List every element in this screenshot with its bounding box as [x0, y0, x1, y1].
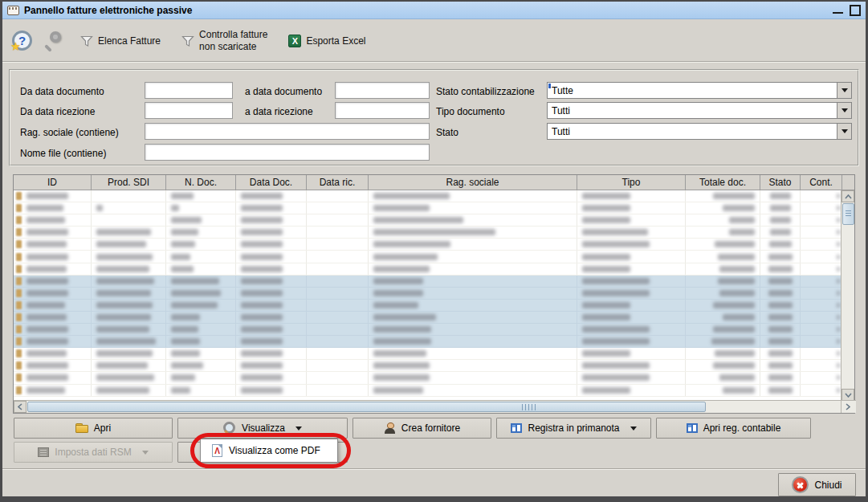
table-row[interactable] [14, 360, 854, 372]
table-row[interactable] [14, 312, 854, 324]
chevron-down-icon[interactable] [837, 83, 851, 98]
redacted-text [241, 338, 283, 345]
redacted-text [582, 229, 648, 235]
crea-fornitore-button[interactable]: Crea fornitore [352, 418, 491, 439]
table-cell [236, 336, 307, 347]
search-icon[interactable] [42, 31, 63, 51]
help-icon[interactable]: ?★ [12, 31, 32, 51]
column-header[interactable]: Rag. sociale [369, 175, 577, 190]
table-row[interactable] [14, 300, 854, 312]
column-header[interactable]: Totale doc. [686, 175, 760, 190]
table-row[interactable] [14, 239, 854, 251]
imposta-dati-rsm-label: Imposta dati RSM [55, 447, 131, 458]
table-row[interactable] [14, 348, 854, 360]
table-cell [369, 288, 577, 299]
column-header[interactable]: Tipo [577, 175, 686, 190]
vertical-scrollbar[interactable] [841, 190, 854, 401]
column-header[interactable]: Cont. [801, 175, 842, 190]
redacted-text [768, 374, 793, 381]
table-row[interactable] [14, 202, 854, 214]
table-row[interactable] [14, 336, 854, 348]
scroll-up-icon[interactable] [842, 190, 854, 202]
controlla-fatture-button[interactable]: Controlla fatturenon scaricate [181, 29, 267, 53]
apri-reg-contabile-button[interactable]: Apri reg. contabile [656, 418, 811, 439]
horizontal-scrollbar[interactable] [14, 400, 856, 413]
scroll-down-icon[interactable] [842, 389, 854, 401]
visualizza-button[interactable]: Visualizza [177, 418, 348, 439]
redacted-text [241, 229, 283, 235]
column-header[interactable]: N. Doc. [166, 175, 236, 190]
table-cell [166, 312, 236, 323]
tipo-documento-select[interactable]: Tutti [547, 102, 852, 119]
maximize-icon[interactable] [850, 5, 861, 16]
label-rag-sociale: Rag. sociale (contiene) [20, 127, 119, 138]
chiudi-button[interactable]: Chiudi [778, 473, 856, 496]
table-row[interactable] [14, 385, 854, 397]
stato-select[interactable]: Tutti [547, 123, 852, 140]
table-cell [166, 275, 236, 287]
document-icon [16, 240, 22, 248]
rag-sociale-input[interactable] [145, 123, 430, 140]
a-data-ricezione-input[interactable] [335, 102, 430, 119]
table-cell [369, 336, 577, 347]
apri-button[interactable]: Apri [14, 418, 173, 439]
redacted-text [241, 387, 283, 394]
table-cell [92, 385, 166, 396]
horizontal-scroll-thumb[interactable] [27, 402, 706, 412]
redacted-text [171, 254, 190, 260]
table-row[interactable] [14, 288, 854, 300]
table-cell [14, 251, 92, 262]
table-cell [236, 263, 307, 275]
stato-contabilizzazione-select[interactable]: Tutte [547, 82, 852, 99]
redacted-text [26, 314, 67, 320]
scroll-right-icon[interactable] [841, 400, 854, 413]
column-header[interactable]: Data Doc. [236, 175, 307, 190]
scroll-left-icon[interactable] [14, 401, 26, 413]
da-data-documento-input[interactable] [145, 82, 233, 99]
column-header[interactable]: Stato [760, 175, 801, 190]
table-cell [577, 214, 686, 226]
table-cell [369, 324, 577, 335]
apri-reg-contabile-label: Apri reg. contabile [703, 422, 781, 434]
redacted-text [26, 290, 68, 296]
column-header[interactable]: Data ric. [307, 175, 369, 190]
nome-file-input[interactable] [145, 144, 430, 161]
redacted-text [171, 350, 200, 357]
da-data-ricezione-input[interactable] [145, 102, 233, 119]
table-cell [166, 336, 236, 347]
redacted-text [719, 266, 755, 272]
redacted-text [96, 290, 151, 296]
table-cell [14, 372, 92, 383]
table-row[interactable] [14, 275, 854, 288]
redacted-text [582, 302, 630, 308]
chevron-down-icon[interactable] [837, 124, 851, 139]
table-row[interactable] [14, 227, 854, 239]
table-row[interactable] [14, 263, 854, 275]
label-a-data-documento: a data documento [245, 86, 322, 97]
table-cell [369, 263, 577, 275]
registra-primanota-button[interactable]: Registra in primanota [496, 418, 651, 439]
redacted-text [96, 266, 149, 272]
menu-item-visualizza-come-pdf[interactable]: Λ Visualizza come PDF [200, 439, 338, 463]
document-icon [16, 289, 22, 297]
column-header[interactable]: ID [14, 175, 92, 190]
table-cell [686, 227, 760, 238]
esporta-excel-button[interactable]: X Esporta Excel [288, 35, 365, 47]
table-cell [686, 324, 760, 335]
column-header[interactable]: Prod. SDI [92, 175, 166, 190]
table-cell [801, 372, 842, 383]
vertical-scroll-thumb[interactable] [842, 203, 854, 225]
chevron-down-icon[interactable] [837, 103, 851, 118]
table-row[interactable] [14, 324, 854, 336]
registra-primanota-label: Registra in primanota [528, 422, 619, 434]
table-row[interactable] [14, 214, 854, 227]
a-data-documento-input[interactable] [335, 82, 430, 99]
redacted-text [715, 350, 755, 357]
redacted-text [768, 326, 793, 333]
table-row[interactable] [14, 372, 854, 384]
table-cell [577, 190, 686, 202]
table-row[interactable] [14, 190, 854, 202]
table-row[interactable] [14, 251, 854, 263]
minimize-icon[interactable] [833, 5, 843, 16]
elenca-fatture-button[interactable]: Elenca Fatture [80, 35, 161, 47]
